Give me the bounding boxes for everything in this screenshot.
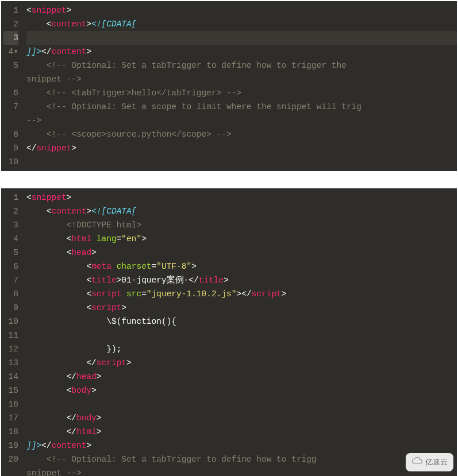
code-line[interactable]: </snippet> <box>26 141 457 155</box>
line-number: 8 <box>3 287 18 301</box>
code-area-2[interactable]: <snippet> <content><![CDATA[ <!DOCTYPE h… <box>22 188 457 476</box>
line-number: 5 <box>3 246 18 260</box>
code-line[interactable] <box>26 155 457 169</box>
code-line[interactable]: <script src="jquery-1.10.2.js"></script> <box>26 287 457 301</box>
line-number: 4▾ <box>3 45 18 59</box>
line-number: 3 <box>3 218 18 232</box>
line-number: 9 <box>3 301 18 315</box>
code-line[interactable]: snippet --> <box>26 466 457 476</box>
code-line[interactable]: ]]></content> <box>26 439 457 452</box>
line-number: 13 <box>3 356 18 370</box>
code-line[interactable]: <head> <box>26 246 457 260</box>
code-line[interactable]: snippet --> <box>26 72 457 86</box>
line-number: 18 <box>3 425 18 439</box>
line-number: 6 <box>3 260 18 273</box>
code-line[interactable] <box>26 31 457 45</box>
code-line[interactable]: <snippet> <box>26 191 457 204</box>
code-line[interactable]: <!-- Optional: Set a scope to limit wher… <box>26 100 457 114</box>
code-line[interactable]: <script> <box>26 301 457 315</box>
code-line[interactable]: </head> <box>26 370 457 384</box>
gutter-1: 1234▾5678910 <box>1 1 22 171</box>
code-line[interactable]: <meta charset="UTF-8"> <box>26 260 457 273</box>
code-line[interactable]: <!-- <scope>source.python</scope> --> <box>26 127 457 141</box>
code-line[interactable]: <!-- <tabTrigger>hello</tabTrigger> --> <box>26 86 457 100</box>
code-line[interactable]: ]]></content> <box>26 45 457 59</box>
code-line[interactable]: \$(function(){ <box>26 315 457 328</box>
watermark-text: 亿速云 <box>425 455 448 469</box>
line-number: 10 <box>3 315 18 328</box>
line-number: 1 <box>3 191 18 204</box>
code-line[interactable]: </html> <box>26 425 457 439</box>
line-number: 4 <box>3 232 18 246</box>
code-line[interactable]: <!-- Optional: Set a tabTrigger to defin… <box>26 59 457 72</box>
line-number <box>3 114 18 127</box>
line-number <box>3 466 18 476</box>
line-number: 14 <box>3 370 18 384</box>
code-line[interactable]: <!-- Optional: Set a tabTrigger to defin… <box>26 452 457 466</box>
code-editor-2[interactable]: 1234567891011121314151617181920 <snippet… <box>1 188 457 476</box>
line-number: 20 <box>3 452 18 466</box>
code-line[interactable]: <body> <box>26 384 457 397</box>
line-number: 12 <box>3 342 18 356</box>
line-number: 7 <box>3 273 18 287</box>
code-line[interactable]: <content><![CDATA[ <box>26 204 457 218</box>
line-number: 16 <box>3 397 18 411</box>
code-line[interactable]: }); <box>26 342 457 356</box>
code-line[interactable]: </script> <box>26 356 457 370</box>
line-number: 1 <box>3 3 18 17</box>
line-number: 3 <box>3 31 18 45</box>
code-line[interactable]: </body> <box>26 411 457 425</box>
gutter-2: 1234567891011121314151617181920 <box>1 188 22 476</box>
line-number <box>3 72 18 86</box>
watermark: 亿速云 <box>406 453 453 471</box>
line-number: 7 <box>3 100 18 114</box>
code-editor-1[interactable]: 1234▾5678910 <snippet> <content><![CDATA… <box>1 1 457 171</box>
code-line[interactable] <box>26 328 457 342</box>
line-number: 9 <box>3 141 18 155</box>
line-number: 17 <box>3 411 18 425</box>
line-number: 2 <box>3 17 18 31</box>
code-line[interactable]: --> <box>26 114 457 127</box>
line-number: 8 <box>3 127 18 141</box>
code-line[interactable] <box>26 397 457 411</box>
line-number: 11 <box>3 328 18 342</box>
cloud-icon <box>411 455 423 469</box>
line-number: 6 <box>3 86 18 100</box>
code-line[interactable]: <title>01-jquery案例-</title> <box>26 273 457 287</box>
line-number: 10 <box>3 155 18 169</box>
line-number: 15 <box>3 384 18 397</box>
code-line[interactable]: <html lang="en"> <box>26 232 457 246</box>
line-number: 5 <box>3 59 18 72</box>
code-line[interactable]: <content><![CDATA[ <box>26 17 457 31</box>
code-line[interactable]: <snippet> <box>26 3 457 17</box>
code-line[interactable]: <!DOCTYPE html> <box>26 218 457 232</box>
line-number: 2 <box>3 204 18 218</box>
code-area-1[interactable]: <snippet> <content><![CDATA[ ]]></conten… <box>22 1 457 171</box>
line-number: 19 <box>3 439 18 452</box>
